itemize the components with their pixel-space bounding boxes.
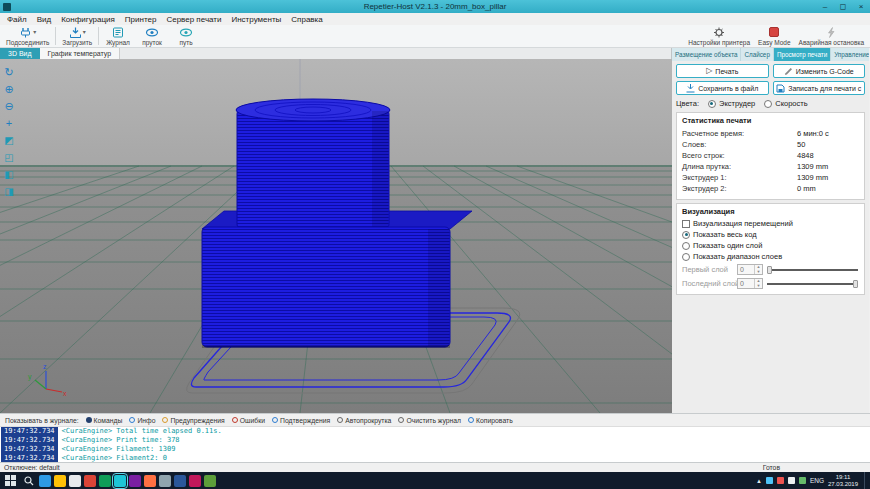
commands-icon [86, 417, 92, 423]
tray-icon[interactable] [766, 477, 773, 484]
toggle-log-button[interactable]: Журнал [101, 25, 135, 47]
connect-button[interactable]: ▾ Подсоединить [2, 25, 53, 47]
taskbar-app-icon[interactable] [204, 475, 216, 487]
easy-mode-button[interactable]: Easy Mode [754, 25, 795, 47]
log-panel: Показывать в журнале: Команды Инфо Преду… [0, 413, 870, 462]
taskbar-app-icon[interactable] [99, 475, 111, 487]
iso-view-icon[interactable]: ◩ [1, 132, 17, 148]
front-view-icon[interactable]: ◧ [1, 166, 17, 182]
taskbar-app-icon[interactable] [39, 475, 51, 487]
log-autoscroll-toggle[interactable]: Автопрокрутка [337, 417, 391, 424]
log-filter-commands[interactable]: Команды [86, 417, 123, 424]
show-desktop-button[interactable] [864, 472, 867, 489]
tab-3d-view[interactable]: 3D Вид [0, 48, 40, 59]
slider-handle[interactable] [767, 266, 772, 274]
pan-view-icon[interactable]: + [1, 115, 17, 131]
minimize-button[interactable]: – [816, 0, 834, 13]
edit-gcode-button[interactable]: Изменить G-Code [773, 64, 866, 78]
tab-slicer[interactable]: Слайсер [741, 48, 773, 61]
taskbar-app-icon[interactable] [129, 475, 141, 487]
stats-title: Статистика печати [682, 116, 859, 125]
show-moves-checkbox[interactable]: Визуализация перемещений [682, 219, 859, 228]
show-layer-range-radio[interactable]: Показать диапазон слоев [682, 252, 859, 261]
menu-config[interactable]: Конфигурация [56, 15, 120, 24]
printer-settings-button[interactable]: Настройки принтера [684, 25, 754, 47]
language-indicator[interactable]: ENG [810, 477, 824, 484]
taskbar-app-icon[interactable] [69, 475, 81, 487]
taskbar-app-icon[interactable] [144, 475, 156, 487]
clear-log-button[interactable]: Очистить журнал [398, 417, 461, 424]
travel-eye-icon [179, 27, 193, 38]
load-button[interactable]: ▾ Загрузить [58, 25, 96, 47]
copy-log-button[interactable]: Копировать [468, 417, 513, 424]
taskbar-app-icon[interactable] [174, 475, 186, 487]
titlebar: Repetier-Host V2.1.3 - 20mm_box_pillar –… [0, 0, 870, 13]
log-filter-errors[interactable]: Ошибки [232, 417, 265, 424]
visualization-title: Визуализация [682, 207, 859, 216]
stat-row: Экструдер 1: 1309 mm [682, 172, 859, 183]
radio-icon [682, 231, 690, 239]
taskbar-app-icon[interactable] [189, 475, 201, 487]
slider-handle[interactable] [853, 280, 858, 288]
axis-label-z: z [43, 363, 47, 370]
tab-temp-graph[interactable]: График температур [40, 48, 121, 59]
show-all-code-radio[interactable]: Показать весь код [682, 230, 859, 239]
log-message: <CuraEngine> Filament2: 0 [58, 454, 167, 462]
menu-file[interactable]: Файл [2, 15, 32, 24]
taskbar-app-icon[interactable] [159, 475, 171, 487]
taskbar-app-icon[interactable] [84, 475, 96, 487]
rotate-view-icon[interactable]: ↻ [1, 64, 17, 80]
radio-icon [682, 242, 690, 250]
stat-row: Экструдер 2: 0 mm [682, 183, 859, 194]
colors-label: Цвета: [676, 99, 699, 108]
start-button[interactable] [3, 473, 18, 488]
log-output[interactable]: 19:47:32.734 <CuraEngine> Total time ela… [0, 426, 870, 462]
print-button[interactable]: ▷ Печать [676, 64, 769, 78]
color-speed-radio[interactable]: Скорость [764, 99, 807, 108]
zoom-in-icon[interactable]: ⊕ [1, 81, 17, 97]
zoom-out-icon[interactable]: ⊖ [1, 98, 17, 114]
color-extruder-radio[interactable]: Экструдер [708, 99, 755, 108]
statusbar: Отключен: default Готов [0, 462, 870, 472]
menu-tools[interactable]: Инструменты [226, 15, 286, 24]
tray-expand-icon[interactable]: ▲ [756, 478, 762, 484]
app-window: Repetier-Host V2.1.3 - 20mm_box_pillar –… [0, 0, 870, 489]
taskbar-app-icon-active[interactable] [114, 475, 126, 487]
first-layer-spinner[interactable]: 0 ▲ ▼ [737, 264, 763, 275]
tab-manual-control[interactable]: Управление [831, 48, 869, 61]
first-layer-slider[interactable] [766, 264, 859, 275]
spinner-down-icon[interactable]: ▼ [755, 284, 762, 289]
top-view-icon[interactable]: ◰ [1, 149, 17, 165]
menu-view[interactable]: Вид [32, 15, 56, 24]
side-view-icon[interactable]: ◨ [1, 183, 17, 199]
last-layer-slider[interactable] [766, 278, 859, 289]
close-button[interactable]: × [852, 0, 870, 13]
tray-icon[interactable] [799, 477, 806, 484]
tab-print-preview[interactable]: Просмотр печати [774, 48, 831, 61]
menu-help[interactable]: Справка [286, 15, 327, 24]
tray-icon[interactable] [777, 477, 784, 484]
show-filament-toggle[interactable]: пруток [135, 25, 169, 47]
log-filter-info[interactable]: Инфо [129, 417, 155, 424]
emergency-stop-button[interactable]: Аварийная остановка [795, 25, 868, 47]
menu-printer[interactable]: Принтер [120, 15, 162, 24]
tab-object-placement[interactable]: Размещение объекта [672, 48, 741, 61]
viewport-3d-canvas[interactable]: z x y ↻ ⊕ ⊖ + ◩ ◰ ◧ ◨ [0, 59, 672, 413]
tray-icon[interactable] [788, 477, 795, 484]
show-travel-toggle[interactable]: путь [169, 25, 203, 47]
window-title: Repetier-Host V2.1.3 - 20mm_box_pillar [0, 2, 870, 11]
last-layer-spinner[interactable]: 0 ▲ ▼ [737, 278, 763, 289]
maximize-button[interactable]: ◻ [834, 0, 852, 13]
save-to-file-button[interactable]: Сохранить в файл [676, 81, 769, 95]
save-for-sd-button[interactable]: Записать для печати с [773, 81, 866, 95]
windows-logo-icon [5, 475, 16, 486]
log-filter-warnings[interactable]: Предупреждения [162, 417, 224, 424]
show-single-layer-radio[interactable]: Показать один слой [682, 241, 859, 250]
spinner-down-icon[interactable]: ▼ [755, 270, 762, 275]
taskbar-search-button[interactable] [21, 473, 36, 488]
taskbar-app-icon[interactable] [54, 475, 66, 487]
chevron-down-icon: ▾ [83, 29, 86, 35]
taskbar-clock[interactable]: 19:11 27.03.2019 [828, 474, 858, 488]
log-filter-acks[interactable]: Подтверждения [272, 417, 330, 424]
menu-print-server[interactable]: Сервер печати [161, 15, 226, 24]
